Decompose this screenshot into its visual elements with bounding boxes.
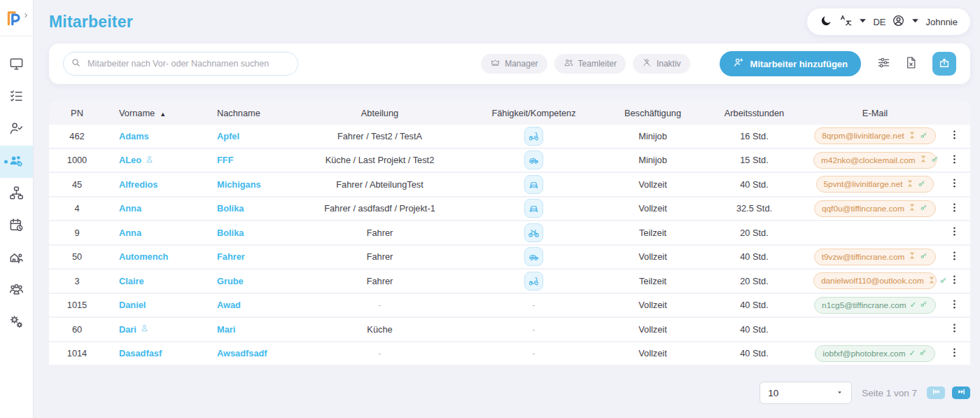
email-pill[interactable]: iobfxf@photobrex.com✓ [815, 345, 934, 362]
language-selector[interactable]: DE [839, 14, 886, 29]
table-row: 3ClaireGrubeFahrerTeilzeit20 Std.danielw… [49, 270, 970, 294]
cell-beschaeftigung: Teilzeit [609, 228, 696, 238]
cell-arbeitsstunden: 40 Std. [696, 300, 812, 310]
row-menu-button[interactable] [948, 298, 960, 310]
nachname-link[interactable]: Fahrer [217, 251, 245, 262]
column-header-Beschäftigung[interactable]: Beschäftigung [609, 108, 696, 118]
sidebar-item-person-check[interactable] [0, 113, 33, 146]
column-header-E-Mail[interactable]: E-Mail [812, 108, 938, 118]
key-icon[interactable] [918, 179, 926, 190]
vorname-link[interactable]: Daniel [119, 300, 146, 310]
sidebar-item-org-chart[interactable] [0, 178, 33, 210]
row-menu-button[interactable] [948, 274, 960, 286]
dark-mode-toggle[interactable] [820, 14, 833, 29]
filter-chip-manager[interactable]: Manager [481, 54, 547, 74]
checklist-icon [8, 88, 24, 106]
column-settings-button[interactable] [876, 55, 891, 72]
nachname-link[interactable]: Grube [217, 276, 244, 286]
vorname-link[interactable]: Anna [119, 228, 141, 238]
sidebar-nav [0, 49, 33, 339]
column-header-Arbeitsstunden[interactable]: Arbeitsstunden [696, 108, 812, 118]
cell-skill [458, 151, 609, 169]
cell-actions [938, 177, 970, 191]
person-badge-icon [145, 155, 154, 166]
user-menu[interactable]: Johnnie [892, 14, 958, 29]
nachname-link[interactable]: Awsadfsadf [217, 348, 267, 358]
search-input[interactable] [63, 52, 298, 76]
cell-arbeitsstunden: 32.5 Std. [696, 203, 812, 214]
column-header-Fähigkeit/Kompetenz[interactable]: Fähigkeit/Kompetenz [458, 108, 609, 118]
row-menu-button[interactable] [948, 177, 960, 189]
row-menu-button[interactable] [948, 129, 960, 141]
key-icon[interactable] [920, 131, 928, 141]
vorname-link[interactable]: Alfredios [119, 179, 158, 190]
sidebar-item-employees[interactable] [0, 146, 33, 178]
sidebar-item-home-person[interactable] [0, 242, 33, 274]
translate-icon [839, 14, 853, 29]
last-page-button[interactable] [952, 386, 970, 399]
column-header-PN[interactable]: PN [49, 108, 105, 118]
row-menu-button[interactable] [948, 225, 960, 237]
filter-chip-teamleiter[interactable]: Teamleiter [554, 54, 626, 74]
vorname-link[interactable]: Dari [119, 323, 149, 335]
key-icon[interactable] [920, 251, 928, 262]
nachname-link[interactable]: Michigans [217, 179, 261, 190]
monitor-icon [8, 56, 24, 74]
column-header-Vorname[interactable]: Vorname▲ [105, 108, 203, 118]
first-page-button[interactable] [927, 386, 945, 399]
vorname-link[interactable]: ALeo [119, 155, 154, 166]
page-size-select[interactable]: 10 [760, 382, 852, 404]
add-employee-button[interactable]: Mitarbeiter hinzufügen [720, 51, 861, 76]
email-pill[interactable]: 8qrpm@livinitlarge.net [814, 127, 936, 144]
sidebar-item-checklist[interactable] [0, 81, 33, 113]
email-text: t9vzw@tiffincrane.com [822, 252, 905, 262]
export-file-button[interactable] [904, 55, 918, 72]
row-menu-button[interactable] [948, 347, 960, 358]
vorname-link[interactable]: Adams [119, 131, 149, 141]
email-pill[interactable]: 5pvnt@livinitlarge.net [816, 176, 934, 193]
vorname-link[interactable]: Dasadfasf [119, 348, 162, 358]
nachname-link[interactable]: Bolika [217, 228, 244, 238]
nachname-link[interactable]: FFF [217, 155, 233, 165]
row-menu-button[interactable] [948, 322, 960, 334]
cell-vorname: Anna [105, 228, 203, 238]
filter-chip-inaktiv[interactable]: Inaktiv [633, 54, 690, 74]
email-pill[interactable]: n1cg5@tiffincrane.com✓ [814, 297, 936, 314]
cell-arbeitsstunden: 16 Std. [696, 131, 812, 141]
vorname-link[interactable]: Claire [119, 276, 144, 286]
nachname-link[interactable]: Bolika [217, 203, 244, 214]
vorname-link[interactable]: Anna [119, 203, 141, 214]
sidebar-item-monitor[interactable] [0, 49, 33, 81]
sort-asc-icon: ▲ [160, 111, 166, 118]
key-icon[interactable] [920, 203, 928, 214]
key-icon[interactable] [920, 300, 928, 310]
nachname-link[interactable]: Apfel [217, 131, 239, 141]
email-pill[interactable]: qqf0u@tiffincrane.com [814, 200, 936, 217]
cell-skill [458, 223, 609, 242]
nachname-link[interactable]: Awad [217, 300, 241, 310]
check-icon: ✓ [910, 300, 916, 309]
table-body: 462AdamsApfelFahrer / Test2 / TestAMinij… [49, 125, 970, 366]
row-menu-button[interactable] [948, 250, 960, 262]
column-header-Abteilung[interactable]: Abteilung [301, 108, 458, 118]
email-pill[interactable]: t9vzw@tiffincrane.com [814, 249, 937, 265]
cell-skill [458, 247, 609, 266]
sidebar-item-calendar-clock[interactable] [0, 210, 33, 242]
vorname-link[interactable]: Automench [119, 251, 168, 262]
key-icon[interactable] [919, 348, 927, 358]
nachname-link[interactable]: Mari [217, 324, 235, 335]
email-pill[interactable]: danielwolf110@outlook.com [813, 272, 937, 289]
sidebar-item-team[interactable] [0, 274, 33, 307]
sidebar-expand-button[interactable] [23, 13, 29, 24]
chevron-down-icon [909, 14, 922, 29]
cell-vorname: Claire [105, 276, 203, 286]
row-menu-button[interactable] [948, 153, 960, 165]
cell-vorname: Dasadfasf [105, 348, 203, 358]
cell-actions [938, 250, 970, 264]
upload-button[interactable] [932, 52, 956, 76]
cell-actions [938, 225, 970, 239]
row-menu-button[interactable] [948, 202, 960, 214]
email-pill[interactable]: m42nko@clockemail.com [813, 152, 937, 169]
sidebar-item-settings-gears[interactable] [0, 307, 33, 339]
column-header-Nachname[interactable]: Nachname [203, 108, 301, 118]
